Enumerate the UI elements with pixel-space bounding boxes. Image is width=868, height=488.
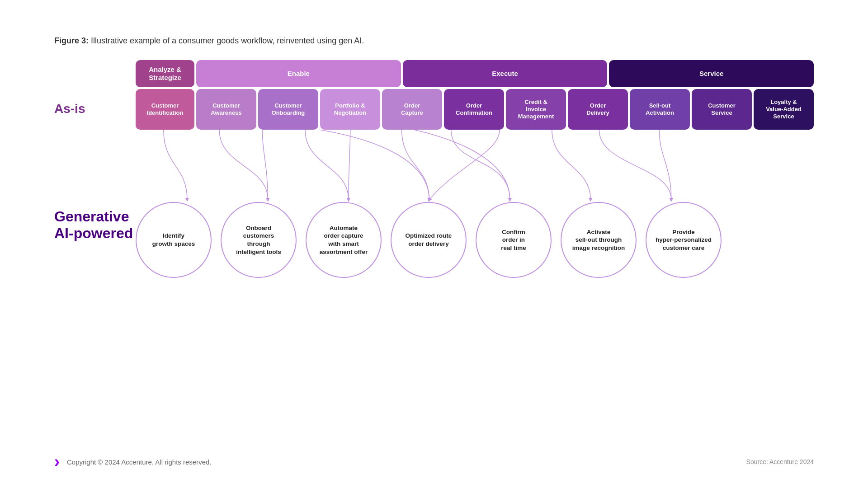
circle-onboard-customers: Onboardcustomersthroughintelligent tools [221,202,297,278]
step-customer-onboarding: CustomerOnboarding [258,89,318,130]
phase-row: Analyze &Strategize Enable Execute Servi… [136,60,814,87]
circle-provide-care: Providehyper-personalizedcustomer care [646,202,722,278]
circle-identify-growth: Identifygrowth spaces [136,202,212,278]
footer-source: Source: Accenture 2024 [746,458,814,465]
circle-confirm-order: Confirmorder inreal time [476,202,552,278]
step-customer-awareness: CustomerAwareness [196,89,256,130]
left-labels: As-is GenerativeAI-powered [54,60,136,242]
accenture-logo-icon: › [54,454,60,470]
footer-copyright: Copyright © 2024 Accenture. All rights r… [67,458,212,466]
steps-row: CustomerIdentification CustomerAwareness… [136,89,814,130]
phase-service: Service [609,60,814,87]
step-order-confirmation: OrderConfirmation [444,89,504,130]
step-sellout-activation: Sell-outActivation [630,89,690,130]
page-container: Figure 3: Illustrative example of a cons… [0,0,868,488]
circle-activate-sellout: Activatesell-out throughimage recognitio… [561,202,637,278]
step-loyalty-service: Loyalty &Value-AddedService [754,89,814,130]
arrows-section [136,130,814,202]
step-order-delivery: OrderDelivery [568,89,628,130]
figure-bold: Figure 3: [54,36,89,45]
gen-ai-label: GenerativeAI-powered [54,208,136,242]
phase-enable: Enable [196,60,401,87]
footer: › Copyright © 2024 Accenture. All rights… [54,454,814,470]
circles-section: Identifygrowth spaces Onboardcustomersth… [136,202,814,278]
right-content: Analyze &Strategize Enable Execute Servi… [136,60,814,278]
step-portfolio-negotiation: Portfolio &Negotiation [320,89,380,130]
step-customer-service: CustomerService [692,89,752,130]
circle-automate-order: Automateorder capturewith smartassortmen… [306,202,382,278]
phase-analyze: Analyze &Strategize [136,60,194,87]
arrows-svg [136,130,814,202]
circle-optimized-route: Optimized routeorder delivery [391,202,467,278]
step-order-capture: OrderCapture [382,89,442,130]
phase-execute: Execute [403,60,608,87]
step-customer-identification: CustomerIdentification [136,89,194,130]
figure-caption: Figure 3: Illustrative example of a cons… [54,36,814,46]
figure-text: Illustrative example of a consumer goods… [89,36,364,45]
diagram-area: As-is GenerativeAI-powered Analyze &Stra… [54,60,814,470]
as-is-label: As-is [54,64,136,136]
step-credit-invoice: Credit &InvoiceManagement [506,89,566,130]
footer-left: › Copyright © 2024 Accenture. All rights… [54,454,212,470]
